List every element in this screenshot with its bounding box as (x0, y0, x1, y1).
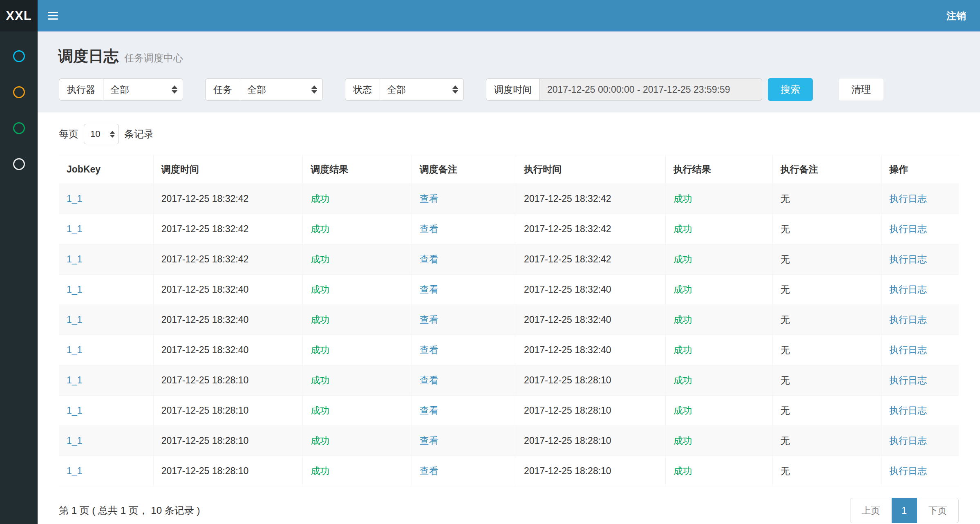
select-spinner-icon (311, 85, 317, 94)
trigger-time-cell: 2017-12-25 18:32:40 (153, 305, 303, 335)
per-page-prefix-label: 每页 (59, 128, 78, 141)
trigger-time-cell: 2017-12-25 18:28:10 (153, 365, 303, 396)
trigger-result-text: 成功 (311, 224, 329, 234)
clear-button[interactable]: 清理 (838, 78, 884, 101)
job-select[interactable]: 全部 (240, 78, 323, 101)
execution-log-link[interactable]: 执行日志 (889, 254, 927, 264)
page-number-button[interactable]: 1 (892, 498, 917, 523)
select-spinner-icon (172, 85, 177, 94)
execution-log-link[interactable]: 执行日志 (889, 193, 927, 204)
handle-result-text: 成功 (673, 193, 692, 204)
handle-time-cell: 2017-12-25 18:32:40 (516, 275, 666, 305)
trigger-result-text: 成功 (311, 254, 329, 264)
select-spinner-icon (110, 131, 115, 138)
trigger-time-cell: 2017-12-25 18:32:42 (153, 244, 303, 275)
handle-remark-cell: 无 (772, 365, 881, 396)
jobkey-link[interactable]: 1_1 (67, 254, 82, 264)
logout-link[interactable]: 注销 (933, 0, 980, 31)
page-subtitle: 任务调度中心 (124, 52, 183, 63)
handle-remark-cell: 无 (772, 275, 881, 305)
handle-time-cell: 2017-12-25 18:28:10 (516, 456, 666, 486)
handle-result-text: 成功 (673, 375, 692, 385)
column-header: 执行时间 (516, 155, 666, 184)
trigger-time-range-input[interactable] (539, 78, 762, 101)
trigger-time-filter-label: 调度时间 (486, 78, 539, 101)
sidebar-menu-item[interactable] (0, 146, 38, 182)
search-button[interactable]: 搜索 (768, 78, 813, 101)
job-filter-label: 任务 (205, 78, 240, 101)
page-title: 调度日志 (58, 48, 119, 65)
trigger-remark-view-link[interactable]: 查看 (420, 224, 439, 234)
log-table: JobKey调度时间调度结果调度备注执行时间执行结果执行备注操作 1_1 201… (59, 155, 959, 486)
menu-circle-icon-3 (13, 122, 25, 134)
jobkey-link[interactable]: 1_1 (67, 224, 82, 234)
jobkey-link[interactable]: 1_1 (67, 314, 82, 325)
content-header: 调度日志任务调度中心 (38, 31, 980, 78)
executor-filter-label: 执行器 (59, 78, 103, 101)
handle-remark-cell: 无 (772, 456, 881, 486)
execution-log-link[interactable]: 执行日志 (889, 345, 927, 355)
next-page-button[interactable]: 下页 (917, 498, 959, 523)
jobkey-link[interactable]: 1_1 (67, 345, 82, 355)
jobkey-link[interactable]: 1_1 (67, 284, 82, 295)
trigger-remark-view-link[interactable]: 查看 (420, 284, 439, 295)
trigger-remark-view-link[interactable]: 查看 (420, 375, 439, 385)
trigger-result-text: 成功 (311, 375, 329, 385)
handle-time-cell: 2017-12-25 18:32:42 (516, 244, 666, 275)
status-select[interactable]: 全部 (380, 78, 464, 101)
handle-remark-cell: 无 (772, 184, 881, 214)
menu-circle-icon-2 (13, 86, 25, 98)
execution-log-link[interactable]: 执行日志 (889, 405, 927, 416)
trigger-remark-view-link[interactable]: 查看 (420, 193, 439, 204)
per-page-select[interactable]: 10 (84, 124, 119, 144)
table-row: 1_1 2017-12-25 18:32:40 成功 查看 2017-12-25… (59, 275, 959, 305)
handle-result-text: 成功 (673, 435, 692, 446)
trigger-result-text: 成功 (311, 405, 329, 416)
execution-log-link[interactable]: 执行日志 (889, 224, 927, 234)
handle-remark-cell: 无 (772, 244, 881, 275)
executor-select[interactable]: 全部 (103, 78, 183, 101)
trigger-time-cell: 2017-12-25 18:28:10 (153, 396, 303, 426)
status-filter-label: 状态 (345, 78, 380, 101)
job-filter-group: 任务 全部 (205, 78, 323, 101)
sidebar-menu-item[interactable] (0, 110, 38, 146)
menu-circle-icon-4 (13, 158, 25, 170)
sidebar-menu-item[interactable] (0, 74, 38, 110)
jobkey-link[interactable]: 1_1 (67, 375, 82, 385)
execution-log-link[interactable]: 执行日志 (889, 284, 927, 295)
status-select-value: 全部 (387, 83, 406, 96)
job-select-value: 全部 (247, 83, 266, 96)
sidebar-menu-item[interactable] (0, 38, 38, 74)
execution-log-link[interactable]: 执行日志 (889, 466, 927, 476)
column-header: 调度备注 (412, 155, 516, 184)
table-row: 1_1 2017-12-25 18:28:10 成功 查看 2017-12-25… (59, 396, 959, 426)
status-filter-group: 状态 全部 (345, 78, 464, 101)
jobkey-link[interactable]: 1_1 (67, 193, 82, 204)
trigger-remark-view-link[interactable]: 查看 (420, 254, 439, 264)
trigger-remark-view-link[interactable]: 查看 (420, 405, 439, 416)
execution-log-link[interactable]: 执行日志 (889, 435, 927, 446)
handle-remark-cell: 无 (772, 335, 881, 365)
jobkey-link[interactable]: 1_1 (67, 405, 82, 416)
table-footer: 第 1 页 ( 总共 1 页， 10 条记录 ) 上页 1 下页 (59, 486, 959, 524)
prev-page-button[interactable]: 上页 (850, 498, 892, 523)
sidebar-toggle-button[interactable] (38, 0, 68, 31)
trigger-remark-view-link[interactable]: 查看 (420, 314, 439, 325)
trigger-remark-view-link[interactable]: 查看 (420, 466, 439, 476)
trigger-remark-view-link[interactable]: 查看 (420, 345, 439, 355)
trigger-remark-view-link[interactable]: 查看 (420, 435, 439, 446)
execution-log-link[interactable]: 执行日志 (889, 375, 927, 385)
handle-result-text: 成功 (673, 314, 692, 325)
log-table-box: 每页 10 条记录 JobKey调度时间调度结果调度备注执行时间执行结果执行备注… (38, 112, 980, 524)
pagination: 上页 1 下页 (850, 498, 959, 523)
table-row: 1_1 2017-12-25 18:32:40 成功 查看 2017-12-25… (59, 305, 959, 335)
execution-log-link[interactable]: 执行日志 (889, 314, 927, 325)
jobkey-link[interactable]: 1_1 (67, 435, 82, 446)
jobkey-link[interactable]: 1_1 (67, 466, 82, 476)
handle-time-cell: 2017-12-25 18:32:40 (516, 335, 666, 365)
handle-time-cell: 2017-12-25 18:28:10 (516, 426, 666, 456)
handle-result-text: 成功 (673, 345, 692, 355)
trigger-result-text: 成功 (311, 284, 329, 295)
table-row: 1_1 2017-12-25 18:32:42 成功 查看 2017-12-25… (59, 214, 959, 244)
hamburger-icon (48, 12, 58, 13)
